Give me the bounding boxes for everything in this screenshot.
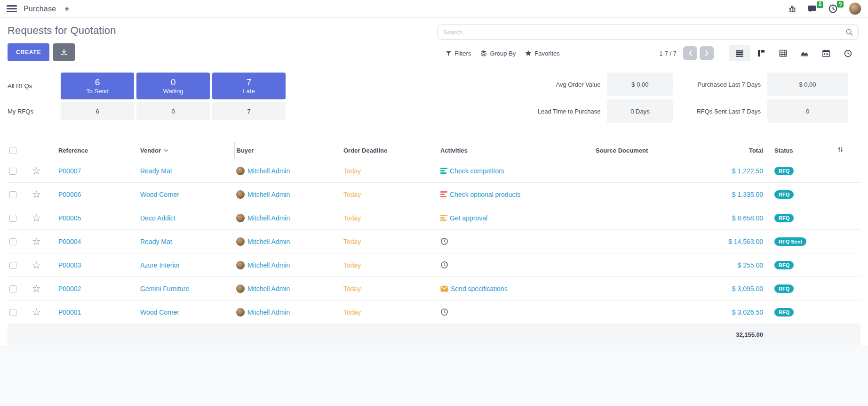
tile-waiting[interactable]: 0 Waiting [136, 73, 210, 99]
row-checkbox[interactable] [9, 309, 16, 316]
vendor-link[interactable]: Gemini Furniture [140, 285, 189, 292]
plus-tab-icon[interactable]: + [64, 4, 69, 14]
header-order-deadline[interactable]: Order Deadline [342, 142, 438, 159]
header-activities[interactable]: Activities [438, 142, 594, 159]
activity-clock-icon[interactable] [440, 261, 448, 269]
filters-button[interactable]: Filters [441, 47, 476, 60]
buyer-avatar [236, 190, 245, 199]
favorites-button[interactable]: Favorites [520, 47, 564, 60]
activity-label[interactable]: Send specifications [451, 285, 508, 292]
favorite-star-icon[interactable]: ☆ [32, 236, 41, 247]
tile-late[interactable]: 7 Late [212, 73, 286, 99]
apps-menu-icon[interactable] [7, 5, 17, 12]
group-by-button[interactable]: Group By [476, 47, 520, 60]
header-total[interactable]: Total [675, 142, 772, 159]
view-calendar-button[interactable] [815, 45, 837, 61]
buyer-link[interactable]: Mitchell Admin [247, 309, 290, 316]
order-deadline-value: Today [343, 214, 361, 222]
view-list-button[interactable] [729, 45, 750, 61]
buyer-link[interactable]: Mitchell Admin [247, 214, 290, 222]
tile-to-send[interactable]: 6 To Send [61, 73, 134, 99]
header-buyer[interactable]: Buyer [234, 142, 342, 159]
buyer-link[interactable]: Mitchell Admin [247, 238, 290, 245]
optional-columns-button[interactable] [835, 142, 860, 159]
search-icon[interactable] [845, 28, 853, 36]
reference-link[interactable]: P00003 [58, 261, 81, 269]
row-checkbox[interactable] [9, 285, 16, 292]
create-button[interactable]: CREATE [8, 43, 49, 61]
buyer-link[interactable]: Mitchell Admin [247, 261, 290, 269]
app-title[interactable]: Purchase [24, 5, 56, 13]
vendor-link[interactable]: Wood Corner [140, 191, 179, 198]
rfq-list-view: Reference Vendor Buyer Order Deadline Ac… [0, 128, 868, 345]
view-graph-button[interactable] [794, 45, 815, 61]
activity-todo-icon[interactable] [440, 168, 447, 174]
avg-order-value-label: Avg Order Value [521, 81, 601, 88]
activities-clock-icon[interactable]: 9 [828, 4, 837, 13]
select-all-checkbox[interactable] [9, 147, 16, 154]
row-checkbox[interactable] [9, 262, 16, 269]
row-total: $ 1,335.00 [732, 191, 763, 198]
export-button[interactable] [53, 43, 75, 61]
activity-clock-icon[interactable] [440, 237, 448, 245]
reference-link[interactable]: P00006 [58, 191, 81, 198]
buyer-link[interactable]: Mitchell Admin [247, 167, 290, 175]
favorite-star-icon[interactable]: ☆ [32, 283, 41, 294]
reference-link[interactable]: P00007 [58, 167, 81, 175]
search-input[interactable] [438, 29, 858, 36]
table-row[interactable]: ☆ P00006 Wood Corner Mitchell Admin Toda… [8, 183, 860, 206]
header-status[interactable]: Status [772, 142, 835, 159]
table-row[interactable]: ☆ P00001 Wood Corner Mitchell Admin Toda… [8, 300, 860, 324]
row-checkbox[interactable] [9, 168, 16, 175]
vendor-link[interactable]: Ready Mat [140, 238, 172, 245]
pager-previous-button[interactable] [683, 46, 697, 60]
table-row[interactable]: ☆ P00003 Azure Interior Mitchell Admin T… [8, 253, 860, 277]
activity-label[interactable]: Check optional products [450, 191, 520, 198]
vendor-link[interactable]: Deco Addict [140, 214, 175, 222]
buyer-link[interactable]: Mitchell Admin [247, 191, 290, 198]
view-pivot-button[interactable] [772, 45, 794, 61]
my-waiting-count[interactable]: 0 [136, 102, 210, 120]
favorite-star-icon[interactable]: ☆ [32, 165, 41, 176]
header-source-document[interactable]: Source Document [594, 142, 675, 159]
my-to-send-count[interactable]: 6 [61, 102, 134, 120]
buyer-avatar [236, 261, 245, 269]
activity-clock-icon[interactable] [440, 308, 448, 316]
reference-link[interactable]: P00002 [58, 285, 81, 292]
header-reference[interactable]: Reference [56, 142, 138, 159]
my-late-count[interactable]: 7 [212, 102, 286, 120]
status-badge: RFQ [774, 284, 794, 293]
vendor-link[interactable]: Azure Interior [140, 261, 180, 269]
table-row[interactable]: ☆ P00005 Deco Addict Mitchell Admin Toda… [8, 206, 860, 230]
favorite-star-icon[interactable]: ☆ [32, 189, 41, 200]
favorite-star-icon[interactable]: ☆ [32, 260, 41, 270]
favorite-star-icon[interactable]: ☆ [32, 212, 41, 223]
header-vendor[interactable]: Vendor [138, 142, 234, 159]
debug-bug-icon[interactable] [788, 5, 796, 13]
row-checkbox[interactable] [9, 238, 16, 245]
favorite-star-icon[interactable]: ☆ [32, 307, 41, 317]
buyer-link[interactable]: Mitchell Admin [247, 285, 290, 292]
vendor-link[interactable]: Wood Corner [140, 309, 179, 316]
messages-icon[interactable]: 5 [808, 5, 817, 13]
view-activity-button[interactable] [837, 45, 859, 61]
user-avatar[interactable] [849, 2, 861, 15]
row-checkbox[interactable] [9, 191, 16, 198]
pager-next-button[interactable] [700, 46, 714, 60]
all-rfqs-label: All RFQs [8, 73, 61, 99]
row-checkbox[interactable] [9, 215, 16, 222]
activity-email-icon[interactable] [440, 285, 448, 292]
activity-label[interactable]: Get approval [450, 214, 487, 222]
activity-todo-icon[interactable] [440, 215, 447, 221]
reference-link[interactable]: P00005 [58, 214, 81, 222]
table-row[interactable]: ☆ P00007 Ready Mat Mitchell Admin Today … [8, 159, 860, 183]
activity-todo-icon[interactable] [440, 191, 447, 197]
activity-label[interactable]: Check competitors [450, 167, 504, 175]
vendor-link[interactable]: Ready Mat [140, 167, 172, 175]
reference-link[interactable]: P00004 [58, 238, 81, 245]
status-badge: RFQ Sent [774, 237, 806, 246]
table-row[interactable]: ☆ P00002 Gemini Furniture Mitchell Admin… [8, 277, 860, 300]
view-kanban-button[interactable] [750, 45, 772, 61]
reference-link[interactable]: P00001 [58, 309, 81, 316]
table-row[interactable]: ☆ P00004 Ready Mat Mitchell Admin Today … [8, 230, 860, 253]
